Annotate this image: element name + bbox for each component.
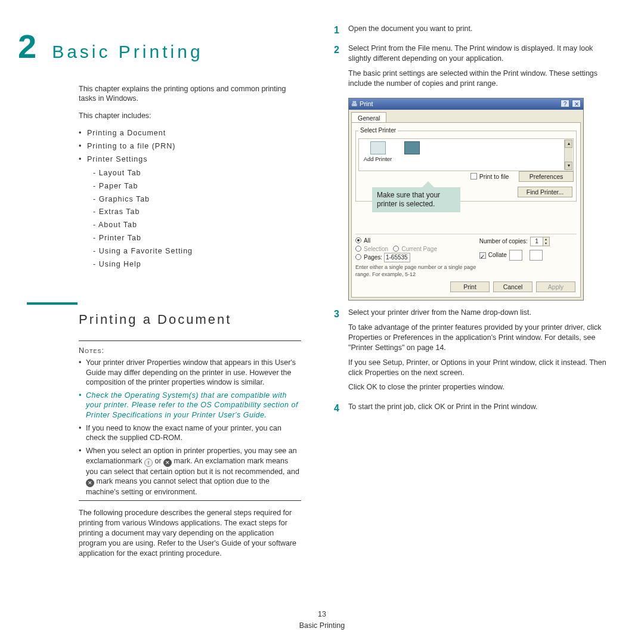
scroll-down-icon[interactable]: ▾ [565, 162, 572, 170]
includes-label: This chapter includes: [79, 111, 301, 121]
step-text: To start the print job, click OK or Prin… [348, 402, 611, 412]
procedure-intro: The following procedure describes the ge… [79, 508, 301, 558]
notes-label: Notes: [79, 346, 301, 356]
toc-subitem[interactable]: About Tab [93, 220, 301, 230]
toc-item[interactable]: Printing a Document [79, 128, 301, 138]
step-number: 2 [334, 44, 348, 94]
print-button[interactable]: Print [450, 281, 490, 292]
find-printer-button[interactable]: Find Printer... [518, 187, 572, 197]
add-printer-icon[interactable] [370, 141, 386, 154]
step-number: 1 [334, 24, 348, 39]
cancel-button[interactable]: Cancel [493, 281, 532, 292]
copies-spinner[interactable]: 1 ▴▾ [530, 237, 550, 246]
spinner-down-icon[interactable]: ▾ [543, 242, 549, 246]
collate-checkbox[interactable]: ✓ [479, 252, 486, 259]
radio-all[interactable] [355, 237, 361, 243]
step-text: Open the document you want to print. [348, 24, 611, 34]
collate-icon [509, 250, 522, 261]
step-text: Select your printer driver from the Name… [348, 308, 611, 318]
note-item: If you need to know the exact name of yo… [79, 423, 301, 443]
footer-chapter: Basic Printing [0, 621, 644, 631]
step-text: If you see Setup, Printer, or Options in… [348, 358, 611, 378]
toc-subitem[interactable]: Using Help [93, 259, 301, 270]
collate-label: Collate [488, 251, 507, 259]
hint-box: Make sure that your printer is selected. [372, 187, 460, 212]
warning-icon: ! [144, 459, 153, 467]
add-printer-label: Add Printer [361, 156, 394, 163]
error-icon: ✕ [86, 479, 94, 487]
step-text: To take advantage of the printer feature… [348, 323, 611, 353]
intro-paragraph: This chapter explains the printing optio… [79, 84, 301, 104]
print-dialog: 🖶 Print ? ✕ General Select Printer Add P… [348, 98, 584, 301]
divider [79, 500, 301, 501]
printer-list[interactable]: Add Printer ▴ ▾ [358, 138, 574, 171]
toc-subitem[interactable]: Extras Tab [93, 207, 301, 217]
help-icon[interactable]: ? [561, 100, 569, 107]
radio-selection[interactable] [355, 246, 361, 252]
toc-subitem[interactable]: Graphics Tab [93, 194, 301, 205]
spinner-up-icon[interactable]: ▴ [543, 237, 549, 242]
radio-current-page[interactable] [393, 246, 399, 252]
collate-icon [530, 250, 543, 261]
step-number: 3 [334, 308, 348, 397]
note-item-os: Check the Operating System(s) that are c… [79, 391, 301, 420]
radio-pages[interactable] [355, 254, 361, 260]
chapter-number: 2 [18, 24, 37, 69]
toc-item[interactable]: Printing to a file (PRN) [79, 141, 301, 151]
toc-subitem[interactable]: Layout Tab [93, 168, 301, 178]
apply-button[interactable]: Apply [536, 281, 575, 292]
toc-item[interactable]: Printer Settings [79, 154, 301, 165]
dialog-titlebar: 🖶 Print ? ✕ [349, 98, 583, 110]
copies-label: Number of copies: [479, 237, 528, 246]
pages-hint: Enter either a single page number or a s… [355, 264, 479, 278]
toc-subitem[interactable]: Using a Favorite Setting [93, 246, 301, 256]
step-text: Click OK to close the printer properties… [348, 382, 611, 392]
tab-general[interactable]: General [351, 112, 386, 122]
toc-subitem[interactable]: Printer Tab [93, 233, 301, 243]
close-icon[interactable]: ✕ [572, 100, 581, 107]
scroll-up-icon[interactable]: ▴ [565, 140, 572, 148]
step-number: 4 [334, 402, 348, 417]
preferences-button[interactable]: Preferences [519, 171, 574, 182]
section-rule [27, 302, 78, 305]
print-to-file-checkbox[interactable] [470, 173, 477, 179]
error-icon: ✕ [163, 459, 172, 467]
scrollbar[interactable]: ▴ ▾ [564, 140, 572, 170]
divider [79, 340, 301, 341]
chapter-title: Basic Printing [52, 40, 203, 64]
step-text: The basic print settings are selected wi… [348, 69, 611, 89]
note-item: When you select an option in printer pro… [79, 446, 301, 497]
printer-app-icon: 🖶 [351, 100, 358, 107]
note-item: Your printer driver Properties window th… [79, 358, 301, 387]
page-number: 13 [0, 609, 644, 620]
section-title: Printing a Document [79, 311, 301, 329]
step-text: Select Print from the File menu. The Pri… [348, 44, 611, 64]
selected-printer-icon[interactable] [404, 141, 420, 154]
toc-subitem[interactable]: Paper Tab [93, 181, 301, 191]
select-printer-legend: Select Printer [358, 126, 398, 135]
print-to-file-label: Print to file [479, 172, 509, 181]
pages-input[interactable]: 1-65535 [384, 253, 410, 262]
